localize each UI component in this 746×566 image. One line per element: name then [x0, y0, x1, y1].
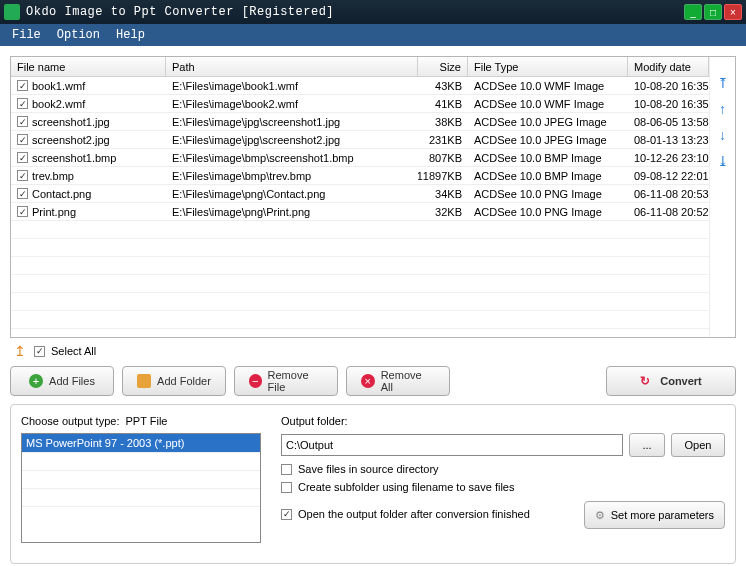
menu-help[interactable]: Help	[110, 26, 151, 44]
convert-icon: ↻	[640, 374, 654, 388]
file-path: E:\Files\image\png\Print.png	[166, 206, 418, 218]
file-path: E:\Files\image\jpg\screenshot1.jpg	[166, 116, 418, 128]
selectall-label: Select All	[51, 345, 96, 357]
file-path: E:\Files\image\bmp\trev.bmp	[166, 170, 418, 182]
col-modify[interactable]: Modify date	[628, 57, 709, 76]
row-checkbox[interactable]	[17, 188, 28, 199]
file-date: 08-06-05 13:58	[628, 116, 709, 128]
save-source-checkbox[interactable]	[281, 464, 292, 475]
file-size: 231KB	[418, 134, 468, 146]
table-row[interactable]: screenshot1.jpgE:\Files\image\jpg\screen…	[11, 113, 709, 131]
gear-icon: ⚙	[595, 509, 605, 522]
file-type: ACDSee 10.0 JPEG Image	[468, 116, 628, 128]
file-size: 43KB	[418, 80, 468, 92]
move-top-icon[interactable]: ⤒	[715, 75, 731, 91]
output-type-label: Choose output type:	[21, 415, 119, 427]
file-size: 41KB	[418, 98, 468, 110]
file-path: E:\Files\image\book1.wmf	[166, 80, 418, 92]
open-after-checkbox[interactable]	[281, 509, 292, 520]
move-bottom-icon[interactable]: ⤓	[715, 153, 731, 169]
convert-button[interactable]: ↻ Convert	[606, 366, 736, 396]
file-type: ACDSee 10.0 BMP Image	[468, 152, 628, 164]
row-checkbox[interactable]	[17, 98, 28, 109]
row-checkbox[interactable]	[17, 116, 28, 127]
table-row[interactable]: trev.bmpE:\Files\image\bmp\trev.bmp11897…	[11, 167, 709, 185]
window-title: Okdo Image to Ppt Converter [Registered]	[26, 5, 682, 19]
col-filename[interactable]: File name	[11, 57, 166, 76]
minus-icon: −	[249, 374, 262, 388]
file-size: 34KB	[418, 188, 468, 200]
file-type: ACDSee 10.0 WMF Image	[468, 80, 628, 92]
file-size: 807KB	[418, 152, 468, 164]
file-date: 08-01-13 13:23	[628, 134, 709, 146]
menu-file[interactable]: File	[6, 26, 47, 44]
row-checkbox[interactable]	[17, 134, 28, 145]
file-path: E:\Files\image\png\Contact.png	[166, 188, 418, 200]
table-row[interactable]: book1.wmfE:\Files\image\book1.wmf43KBACD…	[11, 77, 709, 95]
app-icon	[4, 4, 20, 20]
file-date: 10-08-20 16:35	[628, 98, 709, 110]
table-row[interactable]: screenshot1.bmpE:\Files\image\bmp\screen…	[11, 149, 709, 167]
file-type: ACDSee 10.0 WMF Image	[468, 98, 628, 110]
file-name: trev.bmp	[32, 170, 74, 182]
subfolder-label: Create subfolder using filename to save …	[298, 481, 514, 493]
table-row[interactable]: screenshot2.jpgE:\Files\image\jpg\screen…	[11, 131, 709, 149]
up-folder-icon[interactable]: ↥	[14, 344, 28, 358]
close-button[interactable]: ×	[724, 4, 742, 20]
file-date: 10-08-20 16:35	[628, 80, 709, 92]
maximize-button[interactable]: □	[704, 4, 722, 20]
col-filetype[interactable]: File Type	[468, 57, 628, 76]
folder-icon	[137, 374, 151, 388]
add-folder-button[interactable]: Add Folder	[122, 366, 226, 396]
browse-button[interactable]: ...	[629, 433, 665, 457]
list-item[interactable]: MS PowerPoint 97 - 2003 (*.ppt)	[22, 434, 260, 452]
col-size[interactable]: Size	[418, 57, 468, 76]
row-checkbox[interactable]	[17, 80, 28, 91]
output-type-value: PPT File	[125, 415, 167, 427]
file-date: 09-08-12 22:01	[628, 170, 709, 182]
file-path: E:\Files\image\book2.wmf	[166, 98, 418, 110]
row-checkbox[interactable]	[17, 170, 28, 181]
table-row[interactable]: Contact.pngE:\Files\image\png\Contact.pn…	[11, 185, 709, 203]
output-folder-input[interactable]	[281, 434, 623, 456]
open-folder-button[interactable]: Open	[671, 433, 725, 457]
file-name: screenshot1.bmp	[32, 152, 116, 164]
file-type: ACDSee 10.0 PNG Image	[468, 206, 628, 218]
file-date: 06-11-08 20:53	[628, 188, 709, 200]
file-size: 32KB	[418, 206, 468, 218]
save-source-label: Save files in source directory	[298, 463, 439, 475]
selectall-checkbox[interactable]	[34, 346, 45, 357]
col-path[interactable]: Path	[166, 57, 418, 76]
file-name: Print.png	[32, 206, 76, 218]
x-icon: ×	[361, 374, 375, 388]
minimize-button[interactable]: _	[684, 4, 702, 20]
file-name: book1.wmf	[32, 80, 85, 92]
output-folder-label: Output folder:	[281, 415, 725, 427]
file-name: screenshot2.jpg	[32, 134, 110, 146]
row-checkbox[interactable]	[17, 206, 28, 217]
file-size: 11897KB	[418, 170, 468, 182]
file-name: Contact.png	[32, 188, 91, 200]
file-type: ACDSee 10.0 BMP Image	[468, 170, 628, 182]
file-list: File name Path Size File Type Modify dat…	[10, 56, 736, 338]
file-path: E:\Files\image\bmp\screenshot1.bmp	[166, 152, 418, 164]
file-name: book2.wmf	[32, 98, 85, 110]
file-date: 06-11-08 20:52	[628, 206, 709, 218]
file-date: 10-12-26 23:10	[628, 152, 709, 164]
menu-option[interactable]: Option	[51, 26, 106, 44]
move-down-icon[interactable]: ↓	[715, 127, 731, 143]
table-row[interactable]: Print.pngE:\Files\image\png\Print.png32K…	[11, 203, 709, 221]
file-name: screenshot1.jpg	[32, 116, 110, 128]
add-files-button[interactable]: + Add Files	[10, 366, 114, 396]
remove-file-button[interactable]: − Remove File	[234, 366, 338, 396]
row-checkbox[interactable]	[17, 152, 28, 163]
remove-all-button[interactable]: × Remove All	[346, 366, 450, 396]
file-size: 38KB	[418, 116, 468, 128]
output-type-list[interactable]: MS PowerPoint 97 - 2003 (*.ppt)	[21, 433, 261, 543]
move-up-icon[interactable]: ↑	[715, 101, 731, 117]
subfolder-checkbox[interactable]	[281, 482, 292, 493]
more-parameters-button[interactable]: ⚙ Set more parameters	[584, 501, 725, 529]
file-path: E:\Files\image\jpg\screenshot2.jpg	[166, 134, 418, 146]
open-after-label: Open the output folder after conversion …	[298, 508, 578, 520]
table-row[interactable]: book2.wmfE:\Files\image\book2.wmf41KBACD…	[11, 95, 709, 113]
